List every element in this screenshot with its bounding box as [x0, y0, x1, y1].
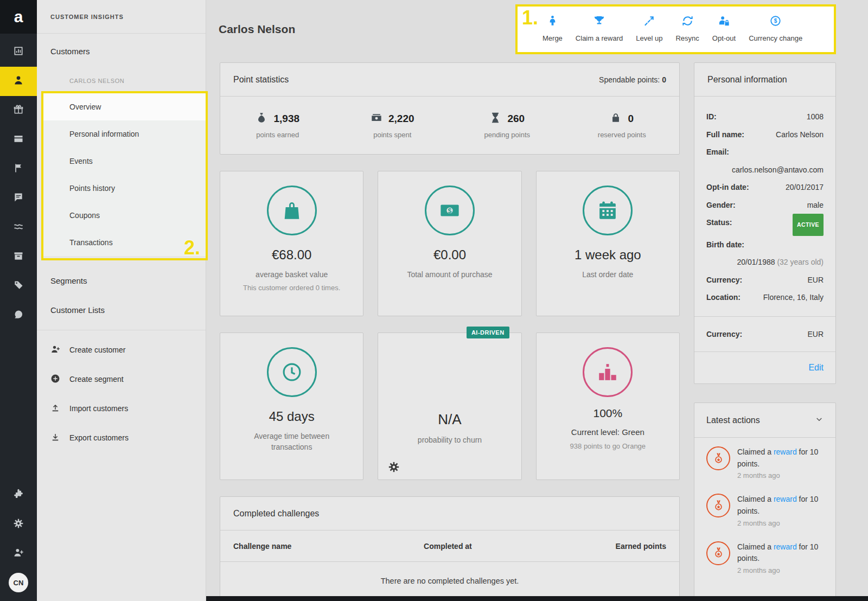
total-purchase-value: €0.00	[433, 247, 466, 263]
field-gender: Gender: male	[706, 196, 824, 214]
rail-item-workflows[interactable]	[0, 213, 37, 242]
field-optin-label: Opt-in date:	[706, 178, 749, 196]
create-customer-label: Create customer	[69, 346, 125, 354]
merge-button[interactable]: Merge	[542, 15, 563, 42]
rail-item-campaigns[interactable]	[0, 155, 37, 184]
stat-value: 0	[628, 113, 634, 125]
medal-icon	[706, 494, 730, 517]
level-up-icon	[643, 15, 655, 29]
podium-icon	[583, 347, 633, 397]
plus-circle-icon	[50, 374, 60, 385]
stat-reserved-points: 0 reserved points	[565, 112, 680, 139]
credit-card-icon	[13, 133, 24, 146]
rail-item-add-user[interactable]	[0, 539, 37, 568]
sidebar-divider	[37, 330, 206, 330]
field-optin-date: Opt-in date: 20/01/2017	[706, 178, 824, 196]
point-statistics-card: Point statistics Spendable points:0 1,93…	[220, 62, 680, 155]
create-customer-button[interactable]: Create customer	[37, 335, 206, 365]
sidebar-item-customer-lists[interactable]: Customer Lists	[37, 295, 206, 324]
avg-time-value: 45 days	[269, 409, 315, 424]
rail-item-messages[interactable]	[0, 184, 37, 213]
latest-action-text: Claimed a reward for 10 points.	[737, 541, 826, 565]
rail-item-customers[interactable]	[0, 67, 37, 96]
field-email-label: Email:	[706, 148, 729, 156]
field-location-value: Florence, 16, Italy	[763, 289, 824, 306]
merge-label: Merge	[542, 34, 563, 42]
money-icon: $	[425, 186, 475, 235]
rail-item-rewards[interactable]	[0, 96, 37, 125]
field-currency-value: EUR	[807, 271, 824, 289]
latest-action-item: Claimed a reward for 10 points. 2 months…	[694, 485, 835, 532]
sidebar-section-customers[interactable]: Customers	[50, 47, 90, 56]
reward-link[interactable]: reward	[774, 447, 797, 456]
rail-item-support[interactable]	[0, 301, 37, 330]
rail-item-cards[interactable]	[0, 125, 37, 155]
field-id-label: ID:	[706, 108, 717, 126]
field-birth-date: Birth date: 20/01/1988 (32 years old)	[706, 236, 824, 271]
create-segment-button[interactable]: Create segment	[37, 365, 206, 394]
field-gender-label: Gender:	[706, 196, 736, 214]
chevron-down-icon[interactable]	[815, 415, 824, 426]
average-basket-value-card: €68.00 average basket value This custome…	[220, 171, 363, 316]
field-email: Email: carlos.nelson@antavo.com	[706, 143, 824, 178]
metric-card-grid: €68.00 average basket value This custome…	[220, 171, 680, 480]
status-badge: ACTIVE	[793, 214, 824, 236]
field-status: Status: ACTIVE	[706, 214, 824, 236]
rail-item-analytics[interactable]	[0, 37, 37, 67]
currency-section-label: Currency:	[706, 330, 742, 338]
latest-action-time: 2 months ago	[737, 566, 826, 574]
rail-bottom-group: CN	[0, 481, 37, 601]
sidebar-item-transactions[interactable]: Transactions	[43, 229, 206, 256]
upload-icon	[50, 403, 60, 414]
level-up-button[interactable]: Level up	[636, 15, 662, 42]
rail-item-integrations[interactable]	[0, 481, 37, 510]
churn-settings-gear-icon[interactable]	[388, 461, 400, 473]
reward-link[interactable]: reward	[774, 495, 797, 503]
analytics-icon	[13, 46, 24, 59]
claim-reward-button[interactable]: Claim a reward	[576, 15, 623, 42]
current-level-label: Current level: Green	[571, 426, 644, 438]
sidebar-item-overview[interactable]: Overview	[43, 93, 206, 120]
sidebar-item-segments[interactable]: Segments	[37, 266, 206, 295]
currency-change-button[interactable]: $ Currency change	[749, 15, 802, 42]
opt-out-label: Opt-out	[712, 34, 736, 42]
field-full-name-label: Full name:	[706, 126, 744, 144]
spendable-points-label: Spendable points:	[599, 75, 660, 84]
bottom-strip	[206, 596, 868, 601]
annotation-label-1: 1.	[522, 7, 538, 29]
sidebar-item-personal-information[interactable]: Personal information	[43, 120, 206, 148]
rail-item-tags[interactable]	[0, 272, 37, 301]
resync-button[interactable]: Resync	[675, 15, 699, 42]
person-add-icon	[50, 344, 60, 356]
flag-icon	[13, 163, 24, 176]
lock-icon	[610, 112, 622, 126]
app-logo[interactable]: a	[0, 0, 37, 34]
export-customers-button[interactable]: Export customers	[37, 423, 206, 452]
sidebar: CUSTOMER INSIGHTS Customers CARLOS NELSO…	[37, 0, 206, 601]
svg-text:$: $	[774, 18, 777, 24]
level-up-label: Level up	[636, 34, 662, 42]
personal-information-title: Personal information	[707, 75, 787, 85]
user-avatar[interactable]: CN	[9, 573, 28, 592]
sidebar-item-points-history[interactable]: Points history	[43, 175, 206, 202]
field-id-value: 1008	[807, 108, 824, 126]
action-text-pre: Claimed a	[737, 495, 774, 503]
edit-link[interactable]: Edit	[808, 363, 824, 372]
personal-information-card: Personal information ID: 1008 Full name:…	[694, 62, 836, 384]
customers-icon	[13, 75, 24, 88]
stat-label: pending points	[450, 131, 565, 139]
rail-item-inventory[interactable]	[0, 242, 37, 272]
opt-out-button[interactable]: Opt-out	[712, 15, 736, 42]
avg-time-card: 45 days Average time between transaction…	[220, 333, 363, 480]
import-customers-button[interactable]: Import customers	[37, 394, 206, 423]
latest-actions-title: Latest actions	[706, 415, 760, 425]
sidebar-item-coupons[interactable]: Coupons	[43, 202, 206, 229]
shopping-bag-icon	[267, 186, 317, 235]
chat-icon	[13, 192, 24, 205]
reward-link[interactable]: reward	[774, 542, 797, 551]
spendable-points: Spendable points:0	[599, 75, 666, 84]
col-earned-points: Earned points	[571, 542, 666, 551]
resync-icon	[681, 15, 694, 29]
rail-item-settings[interactable]	[0, 510, 37, 539]
sidebar-item-events[interactable]: Events	[43, 148, 206, 175]
